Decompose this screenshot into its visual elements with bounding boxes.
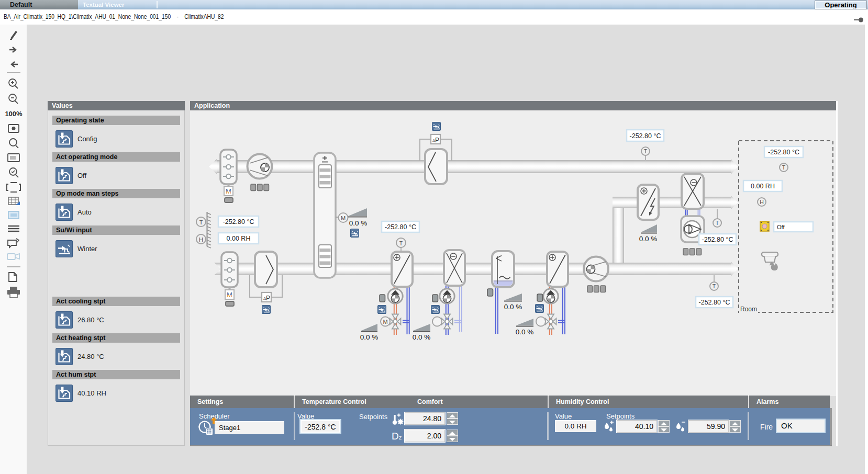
- svg-text:M: M: [341, 215, 346, 221]
- svg-text:P: P: [266, 295, 270, 302]
- svg-text:0.0 %: 0.0 %: [413, 333, 431, 341]
- svg-text:T: T: [713, 283, 716, 289]
- svg-text:-252.80 °C: -252.80 °C: [630, 132, 661, 140]
- svg-text:T: T: [199, 219, 203, 225]
- svg-text:100%: 100%: [5, 110, 23, 118]
- svg-text:T: T: [644, 148, 648, 154]
- svg-text:0.0 %: 0.0 %: [516, 328, 534, 336]
- svg-text:-252.80 °C: -252.80 °C: [702, 236, 733, 243]
- svg-text:-252.80 °C: -252.80 °C: [768, 149, 799, 156]
- svg-text:-252.80 °C: -252.80 °C: [699, 299, 730, 306]
- svg-text:0.0 %: 0.0 %: [504, 303, 522, 311]
- svg-text:0.0 %: 0.0 %: [360, 333, 379, 341]
- svg-text:-252.80 °C: -252.80 °C: [385, 223, 416, 231]
- svg-text:M: M: [227, 291, 232, 299]
- svg-text:0.00 RH: 0.00 RH: [227, 235, 251, 242]
- svg-text:M: M: [383, 319, 387, 325]
- svg-text:Room: Room: [740, 306, 757, 313]
- svg-text:-252.80 °C: -252.80 °C: [223, 218, 254, 225]
- svg-text:M: M: [226, 187, 231, 195]
- svg-text:0.0 %: 0.0 %: [349, 219, 368, 227]
- svg-text:T: T: [782, 164, 786, 171]
- svg-text:0.00 RH: 0.00 RH: [751, 183, 775, 190]
- svg-text:T: T: [399, 240, 403, 246]
- svg-text:P: P: [435, 137, 439, 144]
- svg-text:T: T: [716, 220, 719, 226]
- svg-text:Off: Off: [777, 224, 785, 230]
- svg-text:H: H: [760, 199, 764, 205]
- svg-text:H: H: [199, 236, 203, 243]
- svg-text:0.0 %: 0.0 %: [639, 235, 658, 243]
